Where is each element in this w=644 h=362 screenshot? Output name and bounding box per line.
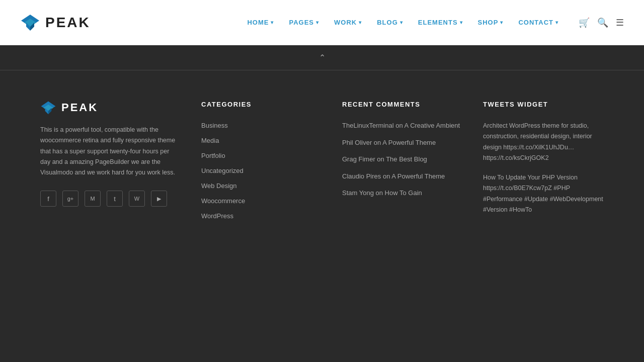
comment-link-4[interactable]: Stam Yong on How To Gain	[342, 189, 422, 197]
list-item: Portfolio	[201, 151, 322, 160]
nav-shop[interactable]: SHOP ▾	[478, 19, 504, 26]
youtube-icon[interactable]: ▶	[151, 191, 167, 207]
list-item: TheLinuxTerminal on A Creative Ambient	[342, 121, 463, 131]
nav-elements[interactable]: ELEMENTS ▾	[418, 19, 463, 26]
list-item: Stam Yong on How To Gain	[342, 188, 463, 198]
nav-home[interactable]: HOME ▾	[247, 19, 274, 26]
google-plus-icon[interactable]: g+	[62, 191, 78, 207]
list-item: Business	[201, 121, 322, 130]
chevron-down-icon: ▾	[500, 20, 503, 25]
categories-column: CATEGORIES Business Media Portfolio Unca…	[201, 101, 322, 226]
logo-area[interactable]: PEAK	[20, 14, 91, 31]
category-business[interactable]: Business	[201, 122, 228, 129]
brand-column: PEAK This is a powerful tool, compatible…	[40, 101, 181, 226]
comment-link-0[interactable]: TheLinuxTerminal on A Creative Ambient	[342, 122, 460, 129]
comment-link-2[interactable]: Grag Fimer on The Best Blog	[342, 155, 427, 163]
category-woocommerce[interactable]: Woocommerce	[201, 197, 245, 205]
comments-list: TheLinuxTerminal on A Creative Ambient P…	[342, 121, 463, 198]
chevron-down-icon: ▾	[271, 20, 274, 25]
category-web-design[interactable]: Web Design	[201, 182, 237, 190]
comment-link-3[interactable]: Claudio Pires on A Powerful Theme	[342, 172, 445, 180]
category-portfolio[interactable]: Portfolio	[201, 152, 225, 159]
list-item: Grag Fimer on The Best Blog	[342, 154, 463, 164]
footer-logo-icon	[40, 101, 56, 115]
logo-text: PEAK	[45, 15, 91, 31]
chevron-down-icon: ▾	[400, 20, 403, 25]
list-item: Media	[201, 136, 322, 145]
chevron-down-icon: ▾	[555, 20, 558, 25]
chevron-down-icon: ▾	[460, 20, 463, 25]
category-wordpress[interactable]: WordPress	[201, 212, 233, 220]
chevron-down-icon: ▾	[359, 20, 362, 25]
category-media[interactable]: Media	[201, 137, 219, 144]
list-item: Claudio Pires on A Powerful Theme	[342, 171, 463, 182]
brand-description: This is a powerful tool, compatible with…	[40, 125, 181, 178]
comments-column: RECENT COMMENTS TheLinuxTerminal on A Cr…	[342, 101, 463, 226]
list-item: WordPress	[201, 211, 322, 220]
list-item: Woocommerce	[201, 196, 322, 205]
tweet-0: Architect WordPress theme for studio, co…	[483, 121, 604, 163]
nav-pages[interactable]: PAGES ▾	[289, 19, 319, 26]
category-uncategorized[interactable]: Uncategorized	[201, 167, 244, 174]
mail-icon[interactable]: M	[85, 191, 101, 207]
comment-link-1[interactable]: Phil Oliver on A Powerful Theme	[342, 139, 436, 146]
site-header: PEAK HOME ▾ PAGES ▾ WORK ▾ BLOG ▾ ELEMEN…	[0, 0, 644, 45]
nav-contact[interactable]: CONTACT ▾	[518, 19, 558, 26]
twitter-icon[interactable]: t	[107, 191, 123, 207]
cart-icon[interactable]: 🛒	[579, 17, 590, 28]
logo-icon	[20, 14, 40, 31]
tweets-column: TWEETS WIDGET Architect WordPress theme …	[483, 101, 604, 226]
brand-social-icons: f g+ M t W ▶	[40, 191, 181, 207]
facebook-icon[interactable]: f	[40, 191, 56, 207]
scroll-top-bar: ⌃	[0, 45, 644, 70]
wordpress-icon[interactable]: W	[129, 191, 145, 207]
categories-header: CATEGORIES	[201, 101, 322, 108]
comments-header: RECENT COMMENTS	[342, 101, 463, 108]
tweets-header: TWEETS WIDGET	[483, 101, 604, 108]
footer-logo-text: PEAK	[61, 101, 98, 114]
main-nav: HOME ▾ PAGES ▾ WORK ▾ BLOG ▾ ELEMENTS ▾ …	[247, 17, 624, 28]
list-item: Phil Oliver on A Powerful Theme	[342, 138, 463, 148]
tweet-1: How To Update Your PHP Version https://t…	[483, 172, 604, 215]
search-icon[interactable]: 🔍	[597, 17, 608, 28]
nav-blog[interactable]: BLOG ▾	[377, 19, 403, 26]
scroll-top-button[interactable]: ⌃	[319, 53, 326, 62]
menu-icon[interactable]: ☰	[616, 17, 624, 28]
list-item: Uncategorized	[201, 166, 322, 175]
categories-list: Business Media Portfolio Uncategorized W…	[201, 121, 322, 220]
nav-utility-icons: 🛒 🔍 ☰	[579, 17, 624, 28]
list-item: Web Design	[201, 181, 322, 190]
dark-footer-section: ⌃ PEAK This is a powerful tool, compatib…	[0, 45, 644, 362]
footer-content: PEAK This is a powerful tool, compatible…	[20, 70, 624, 246]
chevron-down-icon: ▾	[316, 20, 319, 25]
footer-logo[interactable]: PEAK	[40, 101, 181, 115]
nav-work[interactable]: WORK ▾	[334, 19, 362, 26]
